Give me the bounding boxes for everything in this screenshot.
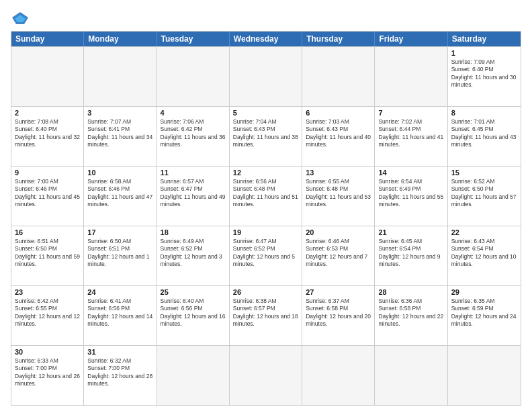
cell-info: Sunrise: 7:02 AM Sunset: 6:44 PM Dayligh… bbox=[378, 118, 443, 149]
cell-info: Sunrise: 6:41 AM Sunset: 6:56 PM Dayligh… bbox=[87, 298, 152, 328]
cell-info: Sunrise: 6:58 AM Sunset: 6:46 PM Dayligh… bbox=[87, 178, 152, 209]
calendar-cell: 22Sunrise: 6:43 AM Sunset: 6:54 PM Dayli… bbox=[448, 226, 521, 285]
header bbox=[11, 11, 521, 26]
day-number: 22 bbox=[451, 228, 517, 236]
cell-info: Sunrise: 6:52 AM Sunset: 6:50 PM Dayligh… bbox=[451, 178, 517, 209]
calendar-cell bbox=[157, 346, 230, 405]
cell-info: Sunrise: 6:54 AM Sunset: 6:49 PM Dayligh… bbox=[378, 178, 443, 209]
calendar-cell: 26Sunrise: 6:38 AM Sunset: 6:57 PM Dayli… bbox=[230, 286, 302, 345]
calendar-row: 30Sunrise: 6:33 AM Sunset: 7:00 PM Dayli… bbox=[11, 345, 521, 405]
calendar-cell: 8Sunrise: 7:01 AM Sunset: 6:45 PM Daylig… bbox=[448, 107, 521, 166]
day-number: 16 bbox=[15, 228, 80, 236]
calendar-row: 16Sunrise: 6:51 AM Sunset: 6:50 PM Dayli… bbox=[11, 226, 521, 285]
day-number: 1 bbox=[451, 49, 517, 57]
calendar-cell: 1Sunrise: 7:09 AM Sunset: 6:40 PM Daylig… bbox=[448, 47, 521, 106]
day-number: 24 bbox=[87, 288, 152, 296]
calendar-header: SundayMondayTuesdayWednesdayThursdayFrid… bbox=[11, 32, 521, 46]
calendar-cell: 15Sunrise: 6:52 AM Sunset: 6:50 PM Dayli… bbox=[448, 167, 521, 226]
calendar-cell: 17Sunrise: 6:50 AM Sunset: 6:51 PM Dayli… bbox=[84, 226, 157, 285]
calendar: SundayMondayTuesdayWednesdayThursdayFrid… bbox=[11, 31, 521, 406]
calendar-header-cell: Friday bbox=[375, 32, 447, 46]
calendar-cell: 2Sunrise: 7:08 AM Sunset: 6:40 PM Daylig… bbox=[11, 107, 84, 166]
calendar-cell: 6Sunrise: 7:03 AM Sunset: 6:43 PM Daylig… bbox=[302, 107, 375, 166]
logo bbox=[11, 11, 32, 26]
calendar-cell: 5Sunrise: 7:04 AM Sunset: 6:43 PM Daylig… bbox=[230, 107, 302, 166]
day-number: 28 bbox=[378, 288, 443, 296]
cell-info: Sunrise: 7:08 AM Sunset: 6:40 PM Dayligh… bbox=[15, 118, 80, 149]
day-number: 13 bbox=[306, 169, 371, 177]
cell-info: Sunrise: 7:00 AM Sunset: 6:46 PM Dayligh… bbox=[15, 178, 80, 209]
calendar-cell: 14Sunrise: 6:54 AM Sunset: 6:49 PM Dayli… bbox=[375, 167, 447, 226]
cell-info: Sunrise: 6:32 AM Sunset: 7:00 PM Dayligh… bbox=[87, 357, 152, 388]
day-number: 21 bbox=[378, 228, 443, 236]
cell-info: Sunrise: 7:09 AM Sunset: 6:40 PM Dayligh… bbox=[451, 58, 517, 89]
cell-info: Sunrise: 6:38 AM Sunset: 6:57 PM Dayligh… bbox=[233, 298, 298, 328]
cell-info: Sunrise: 6:40 AM Sunset: 6:56 PM Dayligh… bbox=[161, 298, 226, 328]
day-number: 17 bbox=[87, 228, 152, 236]
day-number: 2 bbox=[15, 109, 80, 117]
calendar-row: 1Sunrise: 7:09 AM Sunset: 6:40 PM Daylig… bbox=[11, 46, 521, 106]
cell-info: Sunrise: 6:42 AM Sunset: 6:55 PM Dayligh… bbox=[15, 298, 80, 328]
cell-info: Sunrise: 6:50 AM Sunset: 6:51 PM Dayligh… bbox=[87, 238, 152, 269]
calendar-cell: 12Sunrise: 6:56 AM Sunset: 6:48 PM Dayli… bbox=[230, 167, 302, 226]
calendar-cell bbox=[230, 346, 302, 405]
cell-info: Sunrise: 7:04 AM Sunset: 6:43 PM Dayligh… bbox=[233, 118, 298, 149]
calendar-cell: 19Sunrise: 6:47 AM Sunset: 6:52 PM Dayli… bbox=[230, 226, 302, 285]
day-number: 3 bbox=[87, 109, 152, 117]
calendar-cell: 18Sunrise: 6:49 AM Sunset: 6:52 PM Dayli… bbox=[157, 226, 230, 285]
day-number: 26 bbox=[233, 288, 298, 296]
day-number: 27 bbox=[306, 288, 371, 296]
day-number: 12 bbox=[233, 169, 298, 177]
day-number: 4 bbox=[161, 109, 226, 117]
calendar-cell: 24Sunrise: 6:41 AM Sunset: 6:56 PM Dayli… bbox=[84, 286, 157, 345]
day-number: 7 bbox=[378, 109, 443, 117]
cell-info: Sunrise: 7:06 AM Sunset: 6:42 PM Dayligh… bbox=[161, 118, 226, 149]
calendar-header-cell: Wednesday bbox=[230, 32, 302, 46]
calendar-cell: 7Sunrise: 7:02 AM Sunset: 6:44 PM Daylig… bbox=[375, 107, 447, 166]
day-number: 19 bbox=[233, 228, 298, 236]
day-number: 14 bbox=[378, 169, 443, 177]
calendar-cell bbox=[375, 47, 447, 106]
calendar-header-cell: Sunday bbox=[11, 32, 84, 46]
calendar-cell: 28Sunrise: 6:36 AM Sunset: 6:58 PM Dayli… bbox=[375, 286, 447, 345]
calendar-header-cell: Thursday bbox=[302, 32, 375, 46]
cell-info: Sunrise: 7:03 AM Sunset: 6:43 PM Dayligh… bbox=[306, 118, 371, 149]
calendar-cell: 13Sunrise: 6:55 AM Sunset: 6:48 PM Dayli… bbox=[302, 167, 375, 226]
cell-info: Sunrise: 7:07 AM Sunset: 6:41 PM Dayligh… bbox=[87, 118, 152, 149]
cell-info: Sunrise: 6:57 AM Sunset: 6:47 PM Dayligh… bbox=[161, 178, 226, 209]
calendar-cell bbox=[11, 47, 84, 106]
calendar-header-cell: Saturday bbox=[448, 32, 521, 46]
calendar-cell bbox=[448, 346, 521, 405]
calendar-cell: 4Sunrise: 7:06 AM Sunset: 6:42 PM Daylig… bbox=[157, 107, 230, 166]
calendar-row: 2Sunrise: 7:08 AM Sunset: 6:40 PM Daylig… bbox=[11, 106, 521, 166]
calendar-body: 1Sunrise: 7:09 AM Sunset: 6:40 PM Daylig… bbox=[11, 46, 521, 405]
day-number: 9 bbox=[15, 169, 80, 177]
cell-info: Sunrise: 7:01 AM Sunset: 6:45 PM Dayligh… bbox=[451, 118, 517, 149]
calendar-cell: 9Sunrise: 7:00 AM Sunset: 6:46 PM Daylig… bbox=[11, 167, 84, 226]
calendar-cell: 29Sunrise: 6:35 AM Sunset: 6:59 PM Dayli… bbox=[448, 286, 521, 345]
cell-info: Sunrise: 6:45 AM Sunset: 6:54 PM Dayligh… bbox=[378, 238, 443, 269]
calendar-cell: 25Sunrise: 6:40 AM Sunset: 6:56 PM Dayli… bbox=[157, 286, 230, 345]
cell-info: Sunrise: 6:47 AM Sunset: 6:52 PM Dayligh… bbox=[233, 238, 298, 269]
cell-info: Sunrise: 6:36 AM Sunset: 6:58 PM Dayligh… bbox=[378, 298, 443, 328]
calendar-row: 23Sunrise: 6:42 AM Sunset: 6:55 PM Dayli… bbox=[11, 285, 521, 345]
day-number: 23 bbox=[15, 288, 80, 296]
cell-info: Sunrise: 6:37 AM Sunset: 6:58 PM Dayligh… bbox=[306, 298, 371, 328]
calendar-cell: 31Sunrise: 6:32 AM Sunset: 7:00 PM Dayli… bbox=[84, 346, 157, 405]
day-number: 8 bbox=[451, 109, 517, 117]
day-number: 6 bbox=[306, 109, 371, 117]
day-number: 29 bbox=[451, 288, 517, 296]
calendar-row: 9Sunrise: 7:00 AM Sunset: 6:46 PM Daylig… bbox=[11, 166, 521, 226]
calendar-cell: 27Sunrise: 6:37 AM Sunset: 6:58 PM Dayli… bbox=[302, 286, 375, 345]
calendar-cell: 10Sunrise: 6:58 AM Sunset: 6:46 PM Dayli… bbox=[84, 167, 157, 226]
day-number: 25 bbox=[161, 288, 226, 296]
day-number: 15 bbox=[451, 169, 517, 177]
cell-info: Sunrise: 6:55 AM Sunset: 6:48 PM Dayligh… bbox=[306, 178, 371, 209]
calendar-cell bbox=[375, 346, 447, 405]
calendar-cell: 16Sunrise: 6:51 AM Sunset: 6:50 PM Dayli… bbox=[11, 226, 84, 285]
cell-info: Sunrise: 6:49 AM Sunset: 6:52 PM Dayligh… bbox=[161, 238, 226, 269]
cell-info: Sunrise: 6:33 AM Sunset: 7:00 PM Dayligh… bbox=[15, 357, 80, 388]
cell-info: Sunrise: 6:51 AM Sunset: 6:50 PM Dayligh… bbox=[15, 238, 80, 269]
calendar-cell: 3Sunrise: 7:07 AM Sunset: 6:41 PM Daylig… bbox=[84, 107, 157, 166]
logo-icon bbox=[11, 11, 30, 26]
